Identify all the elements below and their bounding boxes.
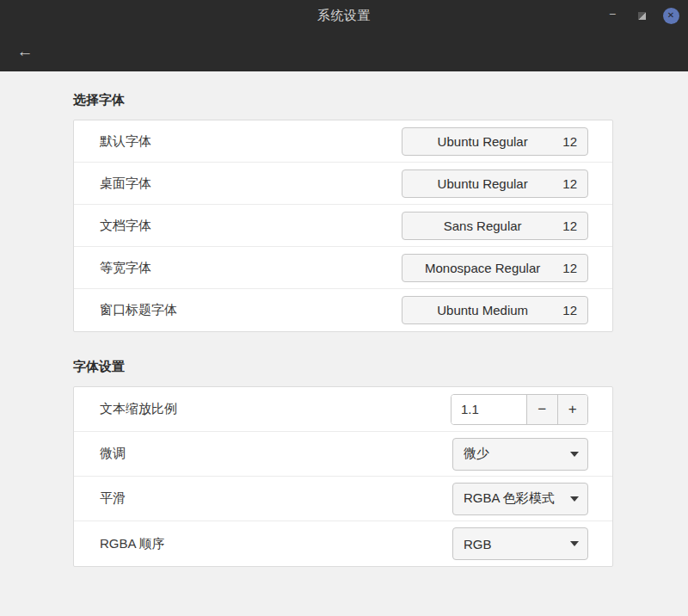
desktop-font-label: 桌面字体 bbox=[100, 176, 151, 192]
increase-button[interactable]: + bbox=[557, 395, 588, 424]
font-name: Monospace Regular bbox=[402, 261, 562, 275]
restore-button[interactable] bbox=[633, 7, 650, 24]
row-monospace-font: 等宽字体 Monospace Regular 12 bbox=[74, 247, 612, 289]
font-size: 12 bbox=[562, 134, 587, 149]
antialiasing-dropdown[interactable]: RGBA 色彩模式 bbox=[452, 483, 588, 515]
hinting-label: 微调 bbox=[100, 446, 126, 462]
font-size: 12 bbox=[562, 261, 587, 275]
text-scaling-label: 文本缩放比例 bbox=[100, 401, 177, 417]
font-size: 12 bbox=[562, 176, 587, 191]
text-scaling-input[interactable] bbox=[452, 395, 526, 424]
text-scaling-spinner: − + bbox=[451, 394, 588, 425]
rgba-order-value: RGB bbox=[464, 537, 570, 551]
restore-icon bbox=[638, 12, 646, 20]
monospace-font-button[interactable]: Monospace Regular 12 bbox=[402, 254, 588, 282]
font-size: 12 bbox=[562, 219, 587, 233]
back-button[interactable]: ← bbox=[14, 40, 36, 63]
default-font-label: 默认字体 bbox=[100, 133, 151, 150]
decrease-button[interactable]: − bbox=[526, 395, 557, 424]
minimize-button[interactable]: − bbox=[604, 7, 621, 24]
window-controls: − ✕ bbox=[604, 0, 679, 31]
row-rgba-order: RGBA 顺序 RGB bbox=[74, 521, 612, 566]
titlebar[interactable]: 系统设置 − ✕ bbox=[0, 0, 688, 31]
default-font-button[interactable]: Ubuntu Regular 12 bbox=[402, 127, 588, 156]
font-settings-panel: 文本缩放比例 − + 微调 微少 平滑 RGBA 色彩模式 RGBA 顺序 bbox=[73, 386, 613, 567]
rgba-order-dropdown[interactable]: RGB bbox=[452, 527, 588, 560]
font-name: Ubuntu Regular bbox=[402, 176, 562, 191]
row-antialiasing: 平滑 RGBA 色彩模式 bbox=[74, 477, 612, 521]
row-desktop-font: 桌面字体 Ubuntu Regular 12 bbox=[74, 163, 612, 205]
row-text-scaling: 文本缩放比例 − + bbox=[74, 387, 612, 432]
chevron-down-icon bbox=[570, 496, 579, 502]
close-button[interactable]: ✕ bbox=[662, 7, 679, 24]
font-name: Ubuntu Regular bbox=[402, 134, 562, 149]
toolbar: ← bbox=[0, 31, 688, 71]
section-heading-select-fonts: 选择字体 bbox=[73, 71, 615, 120]
window-title-font-button[interactable]: Ubuntu Medium 12 bbox=[402, 296, 588, 324]
font-size: 12 bbox=[562, 303, 587, 317]
document-font-button[interactable]: Sans Regular 12 bbox=[402, 212, 588, 240]
window-title: 系统设置 bbox=[317, 8, 371, 24]
desktop-font-button[interactable]: Ubuntu Regular 12 bbox=[402, 169, 588, 198]
window-title-font-label: 窗口标题字体 bbox=[100, 302, 177, 318]
antialiasing-value: RGBA 色彩模式 bbox=[464, 490, 570, 507]
minimize-icon: − bbox=[609, 8, 616, 20]
antialiasing-label: 平滑 bbox=[100, 490, 126, 507]
settings-content: 选择字体 默认字体 Ubuntu Regular 12 桌面字体 Ubuntu … bbox=[0, 71, 688, 567]
select-fonts-panel: 默认字体 Ubuntu Regular 12 桌面字体 Ubuntu Regul… bbox=[73, 120, 613, 332]
window-header: 系统设置 − ✕ ← bbox=[0, 0, 688, 71]
rgba-order-label: RGBA 顺序 bbox=[100, 536, 165, 552]
row-hinting: 微调 微少 bbox=[74, 432, 612, 477]
section-heading-font-settings: 字体设置 bbox=[73, 332, 615, 386]
font-name: Sans Regular bbox=[402, 219, 562, 233]
row-default-font: 默认字体 Ubuntu Regular 12 bbox=[74, 120, 612, 163]
chevron-down-icon bbox=[570, 452, 579, 457]
font-name: Ubuntu Medium bbox=[402, 303, 562, 317]
row-document-font: 文档字体 Sans Regular 12 bbox=[74, 205, 612, 247]
chevron-down-icon bbox=[570, 541, 579, 546]
monospace-font-label: 等宽字体 bbox=[100, 260, 151, 276]
close-icon: ✕ bbox=[663, 8, 679, 24]
hinting-value: 微少 bbox=[464, 446, 570, 462]
row-window-title-font: 窗口标题字体 Ubuntu Medium 12 bbox=[74, 289, 612, 331]
document-font-label: 文档字体 bbox=[100, 218, 151, 234]
hinting-dropdown[interactable]: 微少 bbox=[452, 438, 588, 471]
